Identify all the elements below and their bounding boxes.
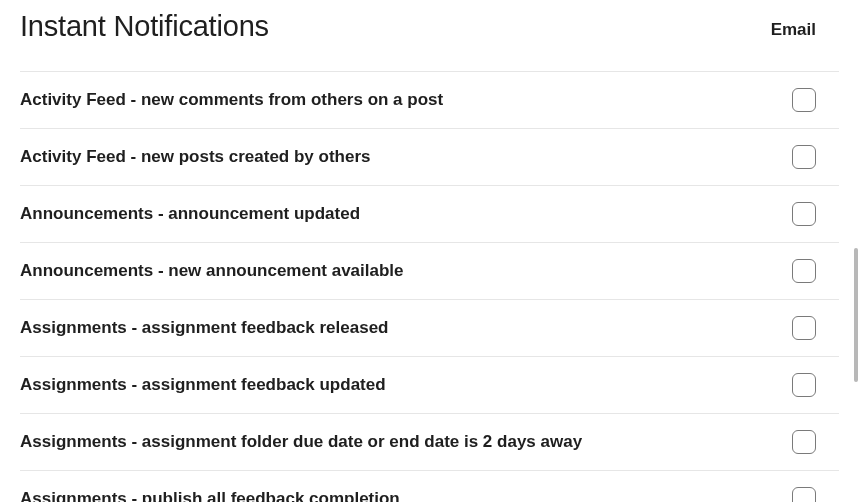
notification-row: Announcements - new announcement availab… [20,242,839,299]
email-checkbox[interactable] [792,88,816,112]
notification-row: Announcements - announcement updated [20,185,839,242]
email-checkbox[interactable] [792,145,816,169]
checkbox-cell [769,202,839,226]
checkbox-cell [769,259,839,283]
notification-rows: Activity Feed - new comments from others… [20,71,839,502]
email-checkbox[interactable] [792,373,816,397]
notification-label: Activity Feed - new posts created by oth… [20,147,370,167]
notifications-panel: Instant Notifications Email Activity Fee… [0,0,859,502]
notification-label: Assignments - assignment folder due date… [20,432,582,452]
checkbox-cell [769,145,839,169]
checkbox-cell [769,316,839,340]
checkbox-cell [769,373,839,397]
notification-label: Assignments - assignment feedback releas… [20,318,388,338]
email-checkbox[interactable] [792,316,816,340]
notification-row: Activity Feed - new posts created by oth… [20,128,839,185]
email-checkbox[interactable] [792,259,816,283]
checkbox-cell [769,487,839,502]
scrollbar-thumb[interactable] [854,248,858,382]
email-checkbox[interactable] [792,202,816,226]
email-checkbox[interactable] [792,430,816,454]
notification-label: Announcements - new announcement availab… [20,261,404,281]
notification-label: Activity Feed - new comments from others… [20,90,443,110]
notification-row: Assignments - publish all feedback compl… [20,470,839,502]
column-header-email: Email [771,10,839,40]
notification-label: Announcements - announcement updated [20,204,360,224]
notification-label: Assignments - assignment feedback update… [20,375,386,395]
scrollbar-track[interactable] [851,0,859,502]
email-checkbox[interactable] [792,487,816,502]
checkbox-cell [769,430,839,454]
checkbox-cell [769,88,839,112]
notification-row: Assignments - assignment feedback releas… [20,299,839,356]
notification-row: Assignments - assignment feedback update… [20,356,839,413]
notification-row: Activity Feed - new comments from others… [20,71,839,128]
header: Instant Notifications Email [20,10,839,43]
page-title: Instant Notifications [20,10,269,43]
notification-label: Assignments - publish all feedback compl… [20,489,400,502]
notification-row: Assignments - assignment folder due date… [20,413,839,470]
